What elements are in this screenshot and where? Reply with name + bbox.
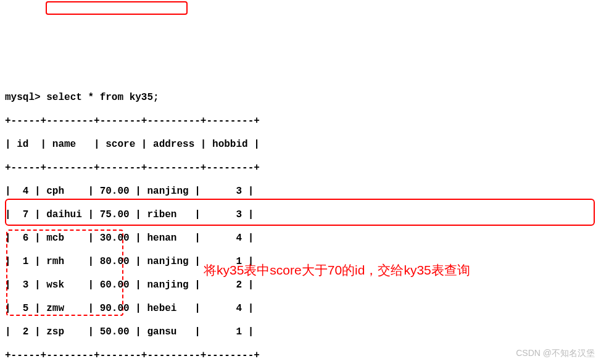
table1-border: +-----+--------+-------+---------+------… [5,162,596,174]
table1-row: | 7 | daihui | 75.00 | riben | 3 | [5,209,596,221]
table1-row: | 6 | mcb | 30.00 | henan | 4 | [5,232,596,244]
table1-row: | 2 | zsp | 50.00 | gansu | 1 | [5,326,596,338]
table1-border: +-----+--------+-------+---------+------… [5,349,596,362]
table1-row: | 3 | wsk | 60.00 | nanjing | 2 | [5,279,596,291]
table1-header: | id | name | score | address | hobbid | [5,138,596,151]
sql-query-1: select * from ky35; [46,92,159,103]
table1-border: +-----+--------+-------+---------+------… [5,115,596,127]
table1-row: | 4 | cph | 70.00 | nanjing | 3 | [5,185,596,197]
mysql-prompt: mysql> [5,92,46,103]
watermark-text: CSDN @不知名汉堡 [516,348,595,359]
highlight-query1 [46,1,188,15]
table1-row: | 5 | zmw | 90.00 | hebei | 4 | [5,302,596,315]
prompt-line-1[interactable]: mysql> select * from ky35; [5,91,596,104]
annotation-text: 将ky35表中score大于70的id，交给ky35表查询 [204,262,470,279]
